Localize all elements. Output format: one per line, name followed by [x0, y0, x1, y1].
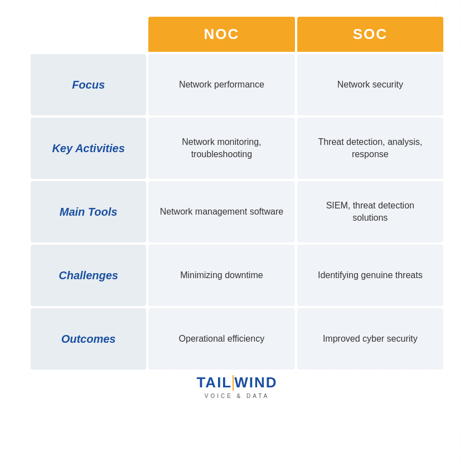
main-tools-noc-value: Network management software	[148, 181, 294, 242]
logo-subtitle: VOICE & DATA	[205, 393, 270, 399]
table-header-row: NOC SOC	[31, 17, 443, 52]
table-row: Focus Network performance Network securi…	[31, 54, 443, 115]
comparison-table: NOC SOC Focus Network performance Networ…	[31, 17, 443, 370]
table-row: Challenges Minimizing downtime Identifyi…	[31, 245, 443, 306]
row-label-key-activities: Key Activities	[31, 118, 146, 179]
key-activities-noc-value: Network monitoring, troubleshooting	[148, 118, 294, 179]
row-label-focus: Focus	[31, 54, 146, 115]
noc-header: NOC	[148, 17, 294, 52]
key-activities-soc-value: Threat detection, analysis, response	[297, 118, 443, 179]
header-empty-cell	[31, 17, 146, 52]
table-row: Main Tools Network management software S…	[31, 181, 443, 242]
row-label-main-tools: Main Tools	[31, 181, 146, 242]
soc-header: SOC	[297, 17, 443, 52]
logo-part1: TAIL	[196, 374, 232, 391]
logo-section: TAIL WIND VOICE & DATA	[196, 374, 277, 399]
table-row: Key Activities Network monitoring, troub…	[31, 118, 443, 179]
logo-divider	[233, 375, 234, 391]
focus-noc-value: Network performance	[148, 54, 294, 115]
outcomes-soc-value: Improved cyber security	[297, 308, 443, 370]
logo: TAIL WIND	[196, 374, 277, 391]
main-tools-soc-value: SIEM, threat detection solutions	[297, 181, 443, 242]
challenges-noc-value: Minimizing downtime	[148, 245, 294, 306]
row-label-outcomes: Outcomes	[31, 308, 146, 370]
challenges-soc-value: Identifying genuine threats	[297, 245, 443, 306]
logo-part2: WIND	[234, 374, 277, 391]
outcomes-noc-value: Operational efficiency	[148, 308, 294, 370]
table-row: Outcomes Operational efficiency Improved…	[31, 308, 443, 370]
row-label-challenges: Challenges	[31, 245, 146, 306]
main-content: NOC SOC Focus Network performance Networ…	[0, 0, 474, 476]
table-body: Focus Network performance Network securi…	[31, 54, 443, 370]
focus-soc-value: Network security	[297, 54, 443, 115]
